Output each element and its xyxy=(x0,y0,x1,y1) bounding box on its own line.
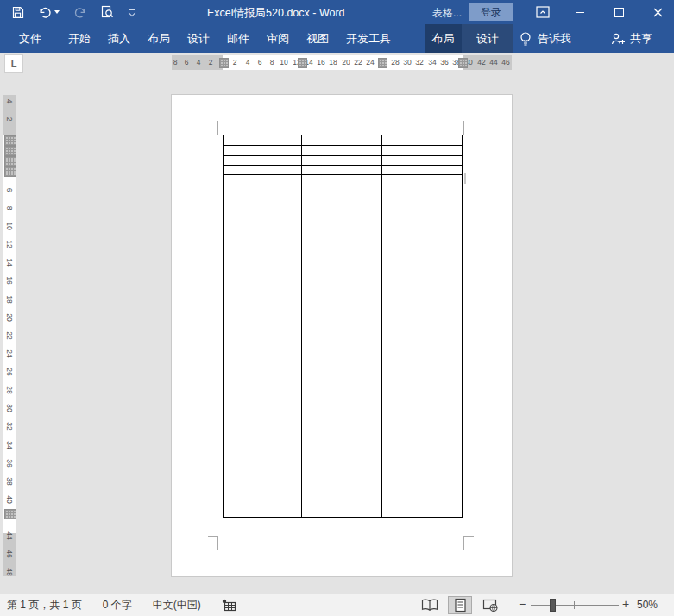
language-status[interactable]: 中文(中国) xyxy=(153,598,201,613)
table-cell[interactable] xyxy=(302,166,382,175)
ruler-number: 12 xyxy=(5,238,14,250)
zoom-slider[interactable] xyxy=(531,605,619,606)
ruler-number: 22 xyxy=(5,330,14,342)
table-cell[interactable] xyxy=(224,166,302,175)
read-mode-button[interactable] xyxy=(418,596,442,614)
vertical-ruler[interactable]: 4268101214161820222426283032343638404446… xyxy=(3,95,16,576)
ribbon-tab[interactable]: 邮件 xyxy=(218,24,258,53)
tab-table-layout[interactable]: 布局 xyxy=(425,24,462,53)
table-cell[interactable] xyxy=(382,175,463,518)
table-tools-group-label: 表格... xyxy=(432,6,462,21)
maximize-button[interactable] xyxy=(604,0,633,24)
table-cell[interactable] xyxy=(224,156,302,166)
print-preview-icon[interactable] xyxy=(101,5,114,19)
ribbon-tab[interactable]: 开发工具 xyxy=(337,24,400,53)
horizontal-ruler[interactable]: 8642246810121416182022242628303234363840… xyxy=(172,55,512,70)
document-page[interactable] xyxy=(172,95,512,576)
share-button[interactable]: 共享 xyxy=(611,24,652,53)
table-column-marker[interactable] xyxy=(219,58,229,68)
table-cell[interactable] xyxy=(224,135,302,146)
ribbon-tab[interactable]: 插入 xyxy=(99,24,139,53)
ruler-number: 4 xyxy=(5,95,14,107)
zoom-slider-thumb[interactable] xyxy=(550,599,556,612)
close-button[interactable] xyxy=(643,0,672,24)
read-mode-icon xyxy=(421,599,438,612)
ruler-number: 28 xyxy=(391,58,399,67)
table-cell[interactable] xyxy=(302,146,382,156)
tell-me-button[interactable]: 告诉我 xyxy=(520,24,571,53)
web-layout-button[interactable] xyxy=(478,596,502,614)
ribbon-tab[interactable]: 开始 xyxy=(60,24,99,53)
ruler-number: 4 xyxy=(246,58,250,67)
document-workspace: L 86422468101214161820222426283032343638… xyxy=(0,53,674,594)
save-icon[interactable] xyxy=(12,6,24,19)
tab-stop-selector[interactable]: L xyxy=(4,54,23,73)
margin-corner-mark xyxy=(463,536,474,550)
ruler-number: 18 xyxy=(5,293,14,305)
table-row xyxy=(224,146,463,156)
ruler-number: 6 xyxy=(258,58,262,67)
table-cell[interactable] xyxy=(382,135,463,146)
ruler-number: 38 xyxy=(5,475,14,487)
table-cell[interactable] xyxy=(382,146,463,156)
lightbulb-icon xyxy=(520,31,532,47)
table-cell[interactable] xyxy=(382,156,463,166)
ruler-number: 48 xyxy=(5,566,14,578)
document-table[interactable] xyxy=(223,135,463,518)
table-row-marker[interactable] xyxy=(4,509,16,519)
share-label: 共享 xyxy=(630,31,652,47)
ruler-number: 46 xyxy=(5,548,14,560)
ribbon-tab[interactable]: 布局 xyxy=(139,24,179,53)
table-cell[interactable] xyxy=(382,166,463,175)
zoom-out-button[interactable]: − xyxy=(516,597,528,611)
ruler-number: 30 xyxy=(5,402,14,414)
ruler-number: 32 xyxy=(5,420,14,432)
table-column-marker[interactable] xyxy=(298,58,307,68)
table-column-marker[interactable] xyxy=(378,58,387,68)
ribbon-tab[interactable]: 视图 xyxy=(298,24,337,53)
minimize-icon xyxy=(576,12,584,13)
ribbon-tab[interactable]: 文件 xyxy=(10,24,50,53)
ruler-number: 8 xyxy=(270,58,274,67)
table-column-marker[interactable] xyxy=(458,58,468,68)
table-cell[interactable] xyxy=(224,146,302,156)
sign-in-button[interactable]: 登录 xyxy=(469,3,513,21)
undo-dropdown-icon[interactable] xyxy=(54,10,60,14)
table-cell[interactable] xyxy=(224,175,302,518)
page-number-status[interactable]: 第 1 页，共 1 页 xyxy=(7,598,82,613)
redo-icon[interactable] xyxy=(74,7,86,18)
zoom-level[interactable]: 50% xyxy=(637,599,671,611)
margin-corner-mark xyxy=(463,121,474,135)
ruler-number: 16 xyxy=(317,58,324,67)
table-cell[interactable] xyxy=(302,135,382,146)
ribbon-display-options-button[interactable] xyxy=(528,0,557,24)
word-count-status[interactable]: 0 个字 xyxy=(103,598,132,613)
ruler-number: 30 xyxy=(403,58,411,67)
table-row xyxy=(224,156,463,166)
macro-record-icon[interactable] xyxy=(222,599,236,612)
tell-me-label: 告诉我 xyxy=(538,31,571,47)
ruler-number: 42 xyxy=(477,58,485,67)
print-layout-button[interactable] xyxy=(448,596,472,614)
ribbon-tab[interactable]: 设计 xyxy=(179,24,218,53)
end-of-row-mark xyxy=(464,173,466,184)
table-cell[interactable] xyxy=(302,175,382,518)
table-row-marker[interactable] xyxy=(4,146,16,156)
table-cell[interactable] xyxy=(302,156,382,166)
table-row-marker[interactable] xyxy=(4,167,16,177)
ribbon-tab[interactable]: 审阅 xyxy=(258,24,298,53)
minimize-button[interactable] xyxy=(565,0,595,24)
document-title: Excel情报局520.docx - Word xyxy=(207,6,345,21)
table-tools-contextual-tabs: 布局 设计 xyxy=(425,24,513,53)
undo-button[interactable] xyxy=(39,7,60,18)
ribbon-tabs: 文件开始插入布局设计邮件审阅视图开发工具 xyxy=(10,24,400,53)
zoom-in-button[interactable]: + xyxy=(620,597,632,611)
customize-qat-icon[interactable] xyxy=(129,9,135,16)
table-row-marker[interactable] xyxy=(4,135,16,146)
tab-table-design[interactable]: 设计 xyxy=(462,24,513,53)
ruler-number: 22 xyxy=(354,58,362,67)
table-row xyxy=(224,175,463,518)
ruler-number: 34 xyxy=(428,58,436,67)
ruler-number: 24 xyxy=(366,58,374,67)
table-row-marker[interactable] xyxy=(4,156,16,167)
